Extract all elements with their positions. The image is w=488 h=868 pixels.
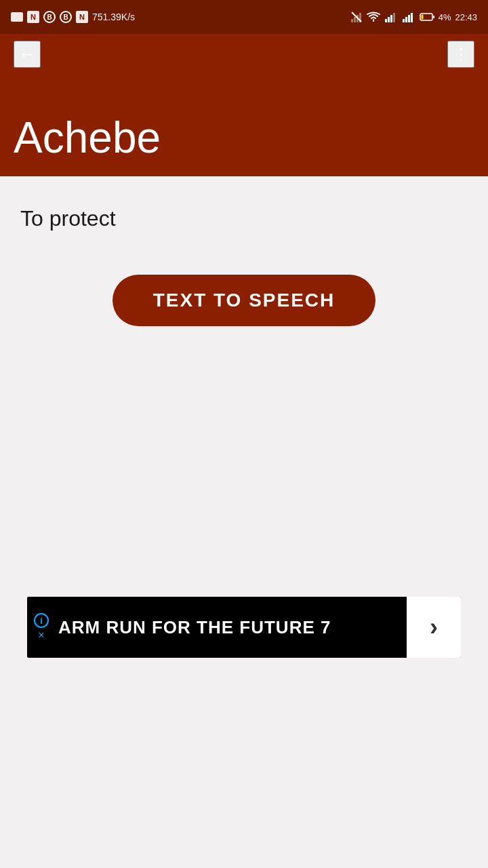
more-options-button[interactable]: ⋮ xyxy=(447,41,474,68)
text-to-speech-button[interactable]: TEXT TO SPEECH xyxy=(113,275,376,326)
ad-close-button[interactable]: × xyxy=(38,629,44,642)
svg-rect-9 xyxy=(403,19,405,22)
svg-rect-10 xyxy=(405,17,407,22)
toolbar: ← ⋮ Achebe xyxy=(0,34,488,176)
svg-rect-3 xyxy=(357,15,359,22)
signal-icon-2 xyxy=(402,12,415,22)
ad-info-icon: i xyxy=(34,613,49,628)
ad-banner: i × ARM RUN FOR THE FUTURE 7 › xyxy=(27,597,461,658)
ad-text: ARM RUN FOR THE FUTURE 7 xyxy=(56,617,407,638)
ad-info: i × xyxy=(27,608,56,647)
svg-rect-11 xyxy=(408,15,410,22)
network-speed: 751.39K/s xyxy=(92,12,135,22)
time: 22:43 xyxy=(455,12,477,22)
status-bar: N B B N 751.39K/s xyxy=(0,0,488,34)
back-button[interactable]: ← xyxy=(14,41,41,68)
svg-rect-5 xyxy=(385,19,387,22)
signal-icon xyxy=(384,12,398,22)
b-circle-icon-1: B xyxy=(43,11,56,23)
n-app-icon: N xyxy=(27,11,39,23)
svg-rect-8 xyxy=(393,13,395,22)
svg-rect-6 xyxy=(388,17,390,22)
page-title: Achebe xyxy=(14,75,474,176)
chevron-right-icon: › xyxy=(430,613,438,642)
definition-text: To protect xyxy=(20,203,116,234)
svg-rect-7 xyxy=(390,15,392,22)
status-bar-right: 4% 22:43 xyxy=(350,11,477,23)
battery-percent: 4% xyxy=(439,12,451,22)
no-signal-icon xyxy=(350,11,363,23)
svg-rect-14 xyxy=(433,16,434,18)
svg-rect-12 xyxy=(411,13,413,22)
svg-rect-1 xyxy=(351,19,353,22)
battery-icon xyxy=(420,12,434,22)
svg-rect-4 xyxy=(359,13,361,22)
b-circle-icon-2: B xyxy=(60,11,72,23)
toolbar-top: ← ⋮ xyxy=(14,34,474,75)
status-bar-left: N B B N 751.39K/s xyxy=(11,11,135,23)
svg-rect-2 xyxy=(354,17,356,22)
ad-arrow-button[interactable]: › xyxy=(407,597,461,658)
wifi-icon xyxy=(367,12,380,22)
svg-rect-15 xyxy=(421,15,423,20)
gallery-icon xyxy=(11,12,23,22)
n-square-icon: N xyxy=(76,11,88,23)
